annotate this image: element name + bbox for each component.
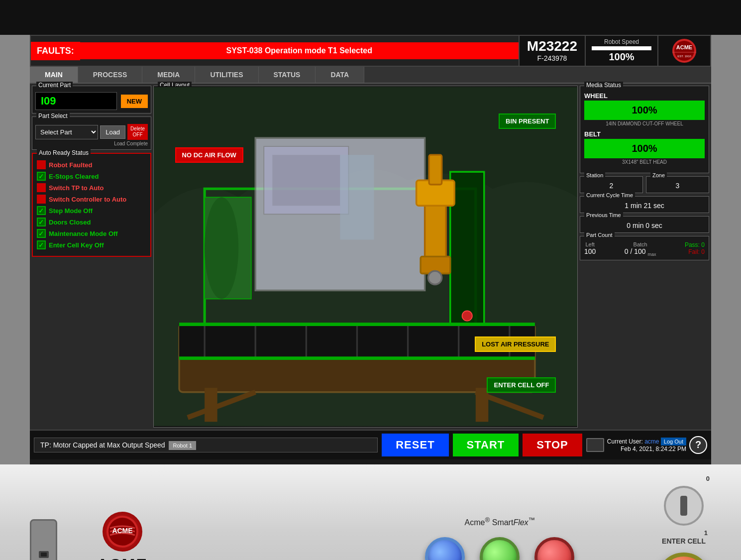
- auto-ready-box: Auto Ready Status Robot Faulted E-Stops …: [32, 153, 151, 257]
- acme-logo-inner: ACME: [105, 514, 140, 549]
- emergency-stop-button[interactable]: [656, 553, 711, 560]
- belt-type-label: BELT: [584, 130, 705, 138]
- stop-button[interactable]: STOP: [523, 434, 582, 456]
- bottom-bar: TP: Motor Capped at Max Output Speed Rob…: [30, 430, 711, 459]
- checkbox-robot-faulted: [37, 160, 46, 169]
- previous-time-value: 0 min 0 sec: [584, 220, 705, 229]
- label-maintenance-mode: Maintenance Mode Off: [49, 230, 118, 237]
- physical-button-blue[interactable]: [425, 537, 465, 560]
- svg-text:EST. 1910: EST. 1910: [677, 55, 691, 58]
- status-step-mode: Step Mode Off: [37, 206, 146, 215]
- label-doors-closed: Doors Closed: [49, 219, 91, 226]
- left-panel: Current Part I09 NEW Part Select Select …: [32, 86, 151, 428]
- wheel-media-bar: 100%: [584, 101, 705, 120]
- media-status-box: Media Status WHEEL 100% 14IN DIAMOND CUT…: [580, 86, 709, 173]
- part-count-row: Left 100 Batch 0 / 100 max Pass: 0: [584, 241, 705, 257]
- svg-text:ACME: ACME: [112, 527, 132, 535]
- svg-point-1: [674, 41, 694, 61]
- right-panel: Media Status WHEEL 100% 14IN DIAMOND CUT…: [580, 86, 709, 428]
- robot-speed-value: 100%: [592, 51, 651, 63]
- label-enter-cell-key: Enter Cell Key Off: [49, 241, 104, 249]
- svg-point-28: [205, 197, 238, 299]
- label-robot-faulted: Robot Faulted: [49, 161, 92, 169]
- status-estops: E-Stops Cleared: [37, 172, 146, 181]
- smartflex-section: Acme® SmartFlex™: [343, 516, 657, 560]
- main-content: Current Part I09 NEW Part Select Select …: [30, 84, 711, 430]
- header-bar: FAULTS: SYST-038 Operation mode T1 Selec…: [30, 35, 711, 67]
- status-robot-faulted: Robot Faulted: [37, 160, 146, 169]
- enter-cell-label: ENTER CELL: [662, 537, 706, 545]
- machine-id-section: M23222 F-243978: [519, 36, 585, 66]
- enter-cell-switch-container: 0 1: [664, 486, 704, 526]
- part-count-box: Part Count Left 100 Batch 0 / 100 max: [580, 236, 709, 260]
- tab-utilities[interactable]: UTILITIES: [195, 67, 258, 83]
- faults-section: FAULTS: SYST-038 Operation mode T1 Selec…: [31, 36, 519, 66]
- label-switch-tp: Switch TP to Auto: [49, 184, 104, 192]
- part-count-batch-col: Batch 0 / 100 max: [625, 241, 656, 257]
- checkbox-doors-closed: [37, 218, 46, 226]
- reset-button[interactable]: RESET: [382, 434, 448, 456]
- alarm-lost-air[interactable]: LOST AIR PRESSURE: [475, 336, 556, 352]
- usb-icon: [36, 550, 51, 560]
- label-estops: E-Stops Cleared: [49, 173, 99, 180]
- svg-rect-25: [272, 155, 340, 206]
- status-maintenance-mode: Maintenance Mode Off: [37, 229, 146, 238]
- datetime-display: Feb 4, 2021, 8:24:22 PM: [607, 446, 686, 452]
- robot-badge: Robot 1: [169, 441, 196, 450]
- alarm-no-dc-air[interactable]: NO DC AIR FLOW: [175, 147, 243, 163]
- tab-status[interactable]: STATUS: [259, 67, 316, 83]
- cycle-time-title: Current Cycle Time: [584, 192, 635, 198]
- switch-label-top: 0: [706, 475, 710, 482]
- wheel-media-desc: 14IN DIAMOND CUT-OFF WHEEL: [584, 121, 705, 126]
- svg-rect-36: [41, 553, 47, 557]
- enter-cell-switch[interactable]: [664, 486, 704, 526]
- load-button[interactable]: Load: [100, 125, 125, 139]
- alarm-bin-present[interactable]: BIN PRESENT: [499, 113, 556, 129]
- start-button[interactable]: START: [453, 434, 519, 456]
- zone-box: Zone 3: [646, 176, 709, 193]
- physical-button-green[interactable]: [480, 537, 520, 560]
- status-switch-controller: Switch Controller to Auto: [37, 195, 146, 204]
- physical-left-section: ACME ACME Shaping The Future Since 1910™: [30, 512, 343, 560]
- load-complete-label: Load Complete: [35, 141, 148, 146]
- machine-id-value: M23222: [527, 38, 577, 54]
- tab-media[interactable]: MEDIA: [142, 67, 195, 83]
- checkbox-switch-controller: [37, 195, 46, 204]
- robot-speed-label: Robot Speed: [592, 38, 651, 45]
- tab-process[interactable]: PROCESS: [78, 67, 142, 83]
- nav-tabs: MAIN PROCESS MEDIA UTILITIES STATUS DATA: [30, 67, 711, 84]
- part-count-left-col: Left 100: [584, 241, 596, 257]
- delete-button[interactable]: Delete OFF: [127, 124, 148, 140]
- cell-layout-panel: Cell Layout: [153, 86, 578, 428]
- svg-point-34: [462, 311, 472, 321]
- fail-text: Fail: 0: [685, 248, 705, 255]
- part-select-box: Part Select Select Part Load Delete OFF …: [32, 116, 151, 150]
- current-user-row: Current User: acme Log Out: [607, 438, 686, 446]
- enter-cell-section: 0 1 ENTER CELL: [656, 486, 711, 560]
- tab-data[interactable]: DATA: [316, 67, 364, 83]
- help-button[interactable]: ?: [689, 436, 707, 454]
- pass-text: Pass: 0: [685, 241, 705, 248]
- physical-button-red[interactable]: [534, 537, 574, 560]
- new-button[interactable]: NEW: [121, 95, 148, 108]
- app-container: FAULTS: SYST-038 Operation mode T1 Selec…: [30, 35, 711, 464]
- checkbox-switch-tp: [37, 183, 46, 192]
- robot-speed-fill: [592, 46, 651, 50]
- acme-physical-logo: ACME ACME Shaping The Future Since 1910™: [77, 512, 167, 560]
- current-part-row: I09 NEW: [35, 92, 148, 110]
- zone-value: 3: [650, 180, 705, 190]
- batch-value: 0 / 100 max: [625, 247, 656, 257]
- tab-main[interactable]: MAIN: [30, 67, 78, 83]
- robot-speed-section: Robot Speed 100%: [585, 36, 657, 66]
- previous-time-title: Previous Time: [584, 212, 623, 218]
- svg-rect-17: [179, 323, 535, 326]
- part-select-dropdown[interactable]: Select Part: [35, 125, 98, 139]
- current-part-title: Current Part: [36, 82, 73, 89]
- zone-title: Zone: [650, 172, 667, 178]
- monitor-icon: [586, 438, 604, 452]
- status-switch-tp: Switch TP to Auto: [37, 183, 146, 192]
- logout-button[interactable]: Log Out: [661, 438, 686, 446]
- acme-brand-text: ACME: [77, 556, 167, 560]
- acme-circle-logo: ACME: [103, 512, 142, 552]
- alarm-enter-cell-off[interactable]: ENTER CELL OFF: [487, 377, 556, 393]
